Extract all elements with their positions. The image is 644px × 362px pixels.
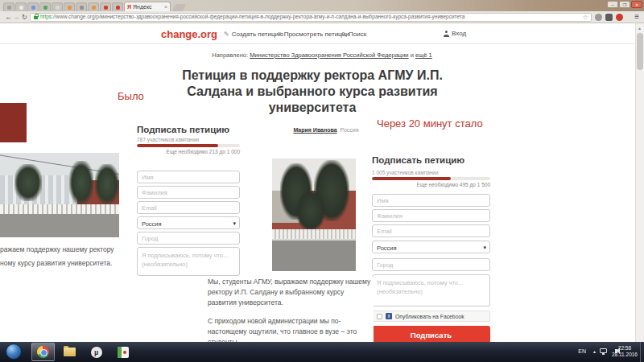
taskbar-chrome[interactable]: [31, 343, 55, 361]
browser-tab[interactable]: [52, 2, 63, 11]
minimize-button[interactable]: ─: [607, 1, 618, 8]
page-scrollbar[interactable]: ▲: [635, 23, 644, 342]
clock-time: 22:58: [612, 345, 638, 352]
browser-tab[interactable]: [3, 2, 14, 11]
lock-icon: [34, 16, 38, 19]
city-input[interactable]: [372, 258, 490, 271]
browser-tab[interactable]: [76, 2, 87, 11]
remaining-count: Еще необходимо 213 до 1 000: [137, 149, 240, 154]
addressed-prefix: Направлено:: [212, 51, 248, 59]
annotation-before: Было: [118, 90, 144, 102]
scrollbar-thumb[interactable]: [637, 33, 643, 70]
start-button[interactable]: [6, 343, 22, 360]
tab-favicon: [104, 6, 108, 10]
progress-bar: [372, 177, 490, 180]
background-text-line: ражаем поддержку нашему ректору: [0, 243, 138, 257]
extension-icon[interactable]: [595, 14, 602, 21]
facebook-share-row[interactable]: f Опубликовать на Facebook: [372, 311, 490, 322]
active-tab-label: Яндекс: [133, 4, 164, 10]
forward-button[interactable]: →: [13, 13, 20, 22]
tab-favicon: [116, 6, 120, 10]
progress-bar: [137, 144, 240, 147]
browser-tab[interactable]: [27, 2, 39, 11]
adblock-icon[interactable]: [616, 14, 623, 21]
site-header: change.org ✎ Создать петицию ≡ Просмотре…: [0, 23, 636, 44]
yandex-favicon: Я: [127, 4, 131, 10]
url-bar[interactable]: https ://www.change.org/p/министерство-з…: [30, 13, 592, 22]
changeorg-logo[interactable]: change.org: [161, 28, 217, 40]
scroll-up-icon[interactable]: ▲: [638, 26, 642, 31]
extension-icon[interactable]: [605, 14, 613, 21]
clock[interactable]: 22:58 28.11.2016: [612, 345, 638, 358]
folder-icon: [64, 348, 76, 356]
addressed-conjunction: и: [411, 51, 414, 59]
tray-up-arrow-icon[interactable]: ▴: [593, 348, 596, 354]
taskbar-media-app[interactable]: [111, 343, 134, 361]
tab-favicon: [68, 6, 72, 10]
addressed-link-more[interactable]: ещё 1: [415, 51, 432, 59]
comment-textarea[interactable]: [137, 247, 240, 276]
tab-close-icon[interactable]: ×: [164, 4, 167, 10]
email-input[interactable]: [372, 224, 490, 237]
browser-tab[interactable]: [39, 2, 51, 11]
form-heading: Подписать петицию: [372, 155, 490, 165]
background-body-text: ражаем поддержку нашему ректору ному кур…: [0, 243, 138, 270]
tab-favicon: [92, 6, 96, 10]
city-input[interactable]: [137, 232, 240, 245]
tab-favicon: [7, 6, 11, 10]
author-name-link[interactable]: Мария Иванова: [293, 127, 336, 133]
facebook-icon: f: [386, 313, 392, 319]
country-select[interactable]: Россия ▾: [137, 216, 240, 229]
refresh-button[interactable]: ↻: [22, 13, 27, 22]
form-heading: Подписать петицию: [137, 125, 240, 134]
back-button[interactable]: ←: [5, 13, 12, 22]
network-icon[interactable]: [600, 348, 607, 353]
last-name-input[interactable]: [137, 186, 240, 199]
login-button[interactable]: Вход: [444, 30, 466, 37]
language-indicator[interactable]: EN: [578, 348, 586, 354]
nav-search-label: Поиск: [349, 31, 366, 38]
nav-create-petition[interactable]: ✎ Создать петицию: [224, 31, 283, 38]
nav-search[interactable]: Поиск: [341, 31, 366, 38]
menu-icon[interactable]: ≡: [634, 12, 639, 21]
show-desktop-button[interactable]: [640, 342, 644, 362]
tab-favicon: [56, 6, 60, 10]
tab-favicon: [43, 6, 47, 10]
taskbar-utorrent[interactable]: µ: [85, 343, 108, 361]
bookmark-star-icon[interactable]: ☆: [583, 14, 588, 21]
background-red-fragment: [0, 103, 27, 142]
media-player-icon: [118, 347, 129, 358]
close-button[interactable]: ✕: [631, 1, 642, 8]
sign-form-before: Подписать петицию 787 участников кампани…: [137, 125, 240, 276]
facebook-checkbox[interactable]: [377, 314, 382, 319]
country-select[interactable]: Россия ▾: [372, 241, 490, 253]
sign-button[interactable]: Подписать: [372, 326, 490, 343]
tab-strip: Я Яндекс ×: [3, 2, 184, 11]
addressed-link-ministry[interactable]: Министерство Здравоохранения Российской …: [250, 51, 408, 59]
url-text: ://www.change.org/p/министерство-здравоо…: [52, 14, 588, 20]
nav-browse-petitions[interactable]: ≡ Просмотреть петиции: [278, 31, 349, 38]
browser-tab[interactable]: [64, 2, 75, 11]
first-name-input[interactable]: [372, 194, 490, 207]
taskbar-folder[interactable]: [58, 343, 81, 361]
email-input[interactable]: [137, 201, 240, 214]
new-tab-button[interactable]: [172, 4, 186, 11]
petition-title: Петиция в поддержку ректора АГМУ И.П. Са…: [167, 68, 457, 116]
browser-titlebar: Я Яндекс × ─ ❐ ✕: [0, 0, 644, 11]
browser-tab[interactable]: [112, 2, 123, 11]
photo-tree: [296, 191, 325, 231]
last-name-input[interactable]: [372, 209, 490, 222]
tab-favicon: [19, 6, 23, 10]
nav-create-label: Создать петицию: [232, 31, 283, 38]
first-name-input[interactable]: [137, 171, 240, 183]
active-tab[interactable]: Я Яндекс ×: [124, 2, 171, 11]
url-scheme: https: [40, 14, 52, 20]
photo-tree: [95, 164, 119, 204]
comment-textarea[interactable]: [372, 274, 490, 306]
petition-photo-main: [272, 158, 356, 271]
browser-tab[interactable]: [100, 2, 111, 11]
browser-tab[interactable]: [88, 2, 99, 11]
browser-tab[interactable]: [15, 2, 27, 11]
tab-favicon: [80, 6, 84, 10]
maximize-button[interactable]: ❐: [619, 1, 630, 8]
